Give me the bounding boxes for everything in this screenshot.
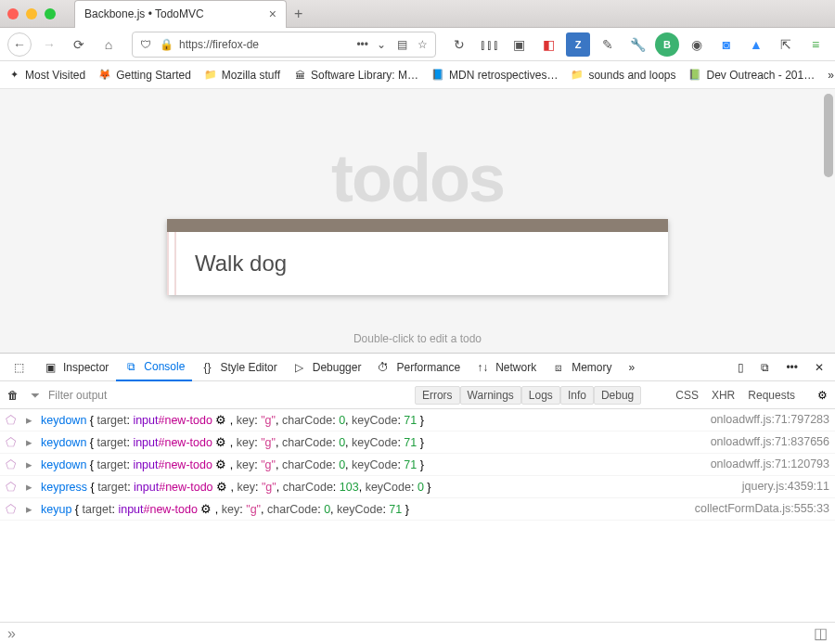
browser-tab[interactable]: Backbone.js • TodoMVC × (74, 0, 287, 28)
expand-icon[interactable]: ▸ (26, 480, 33, 494)
bookmark-icon: 📘 (431, 69, 444, 82)
console-row[interactable]: ⬠▸keydown { target: input#new-todo ⚙ , k… (0, 431, 835, 454)
history-icon[interactable]: ↻ (447, 32, 471, 57)
ext2-icon[interactable]: Z (566, 32, 590, 57)
devtools-responsive-button[interactable]: ⧉ (753, 354, 777, 381)
devtools-tab-label: Network (495, 361, 536, 374)
ext5-icon[interactable]: B (655, 32, 679, 57)
ext3-icon[interactable]: ✎ (596, 32, 620, 57)
bookmarks-overflow-button[interactable]: » (828, 69, 834, 82)
filter-info[interactable]: Info (560, 386, 594, 405)
console-prompt-icon: » (7, 625, 16, 642)
target-gear-icon[interactable]: ⚙ (200, 502, 212, 516)
window-minimize-button[interactable] (26, 8, 37, 19)
devtools-meatball-button[interactable]: ••• (778, 354, 805, 381)
log-level-icon: ⬠ (6, 480, 19, 494)
ext4-icon[interactable]: 🔧 (625, 32, 649, 57)
log-source[interactable]: onloadwff.js:71:120793 (711, 457, 829, 470)
bookmark-item[interactable]: 🦊Getting Started (98, 69, 191, 82)
devtools-iframe-button[interactable]: ▯ (730, 354, 752, 381)
devtools-tab-debugger[interactable]: ▷Debugger (285, 354, 369, 381)
expand-icon[interactable]: ▸ (26, 502, 33, 516)
card-header-bar (167, 219, 668, 232)
console-settings-icon[interactable]: ⚙ (815, 388, 829, 403)
filter-xhr[interactable]: XHR (705, 387, 741, 404)
devtools-tab-network[interactable]: ↑↓Network (468, 354, 544, 381)
log-source[interactable]: onloadwff.js:71:797283 (711, 413, 829, 426)
log-message: keydown { target: input#new-todo ⚙ , key… (41, 413, 703, 427)
back-button[interactable]: ← (7, 32, 32, 57)
bookmark-item[interactable]: 📁Mozilla stuff (204, 69, 280, 82)
filter-requests[interactable]: Requests (741, 387, 802, 404)
bookmark-item[interactable]: 📗Dev Outreach - 201… (688, 69, 815, 82)
filter-logs[interactable]: Logs (521, 386, 560, 405)
meatball-icon[interactable]: ••• (356, 38, 368, 51)
sidebar-icon[interactable]: ⇱ (774, 32, 798, 57)
log-source[interactable]: collectFormData.js:555:33 (695, 502, 829, 515)
url-bar[interactable]: 🛡 🔒 https://firefox-de ••• ⌄ ▤ ☆ (132, 32, 436, 58)
console-input-bar[interactable]: » ◫ (0, 622, 835, 644)
new-todo-input[interactable] (195, 251, 649, 277)
target-gear-icon[interactable]: ⚙ (215, 435, 226, 449)
window-zoom-button[interactable] (45, 8, 56, 19)
devtools-tab-label: Inspector (63, 361, 109, 374)
bookmark-icon: 🦊 (98, 69, 111, 82)
devtools-tab-console[interactable]: ⧉Console (116, 354, 192, 381)
console-filter-input[interactable]: ⏷ Filter output (28, 388, 407, 403)
filter-warnings[interactable]: Warnings (460, 386, 521, 405)
ext7-icon[interactable]: ▲ (744, 32, 768, 57)
split-console-icon[interactable]: ◫ (813, 626, 828, 641)
library-icon[interactable]: ⫿⫿⫿ (477, 32, 501, 57)
devtools-tab-memory[interactable]: ⧇Memory (544, 354, 619, 381)
expand-icon[interactable]: ▸ (26, 413, 33, 427)
bookmark-item[interactable]: 📘MDN retrospectives… (431, 69, 558, 82)
log-source[interactable]: onloadwff.js:71:837656 (711, 435, 829, 448)
devtools-tab-label: Console (144, 360, 185, 373)
home-button[interactable]: ⌂ (96, 32, 121, 57)
style-editor-icon: {} (199, 360, 214, 375)
window-close-button[interactable] (7, 8, 19, 19)
devtools-tab-inspector[interactable]: ▣Inspector (35, 354, 116, 381)
devtools-close-button[interactable]: ✕ (807, 354, 831, 381)
browser-toolbar: ← → ⟳ ⌂ 🛡 🔒 https://firefox-de ••• ⌄ ▤ ☆… (0, 28, 835, 61)
ext6-icon[interactable]: ◙ (714, 32, 739, 57)
console-row[interactable]: ⬠▸keyup { target: input#new-todo ⚙ , key… (0, 498, 835, 521)
devtools-tab-performance[interactable]: ⏱Performance (368, 354, 468, 381)
reload-button[interactable]: ⟳ (67, 32, 91, 57)
tab-title: Backbone.js • TodoMVC (84, 7, 204, 20)
devtools-tabbar: ⬚ ▣Inspector⧉Console{}Style Editor▷Debug… (0, 354, 835, 381)
new-tab-button[interactable]: + (294, 6, 302, 22)
console-row[interactable]: ⬠▸keydown { target: input#new-todo ⚙ , k… (0, 454, 835, 476)
console-row[interactable]: ⬠▸keydown { target: input#new-todo ⚙ , k… (0, 409, 835, 431)
pick-element-button[interactable]: ⬚ (4, 354, 33, 381)
account-icon[interactable]: ◉ (685, 32, 709, 57)
expand-icon[interactable]: ▸ (26, 435, 33, 449)
filter-debug[interactable]: Debug (594, 386, 641, 405)
console-filter-bar: 🗑 ⏷ Filter output ErrorsWarningsLogsInfo… (0, 381, 835, 409)
reader-icon[interactable]: ▤ (394, 37, 409, 52)
log-source[interactable]: jquery.js:4359:11 (742, 480, 829, 493)
target-gear-icon[interactable]: ⚙ (215, 457, 226, 471)
star-icon[interactable]: ☆ (415, 37, 430, 52)
bookmark-label: Most Visited (25, 69, 85, 82)
console-row[interactable]: ⬠▸keypress { target: input#new-todo ⚙ , … (0, 476, 835, 498)
filter-errors[interactable]: Errors (415, 386, 460, 405)
ext1-icon[interactable]: ◧ (536, 32, 560, 57)
bookmark-item[interactable]: 🏛Software Library: M… (293, 69, 418, 82)
screenshot-icon[interactable]: ▣ (507, 32, 531, 57)
target-gear-icon[interactable]: ⚙ (215, 413, 226, 427)
devtools-tab-style-editor[interactable]: {}Style Editor (192, 354, 284, 381)
trash-icon[interactable]: 🗑 (6, 388, 20, 403)
bookmark-icon: 📁 (571, 69, 584, 82)
expand-icon[interactable]: ▸ (26, 457, 33, 471)
bookmark-item[interactable]: 📁sounds and loops (571, 69, 675, 82)
log-level-icon: ⬠ (6, 435, 19, 449)
target-gear-icon[interactable]: ⚙ (216, 480, 227, 494)
bookmark-item[interactable]: ✦Most Visited (7, 69, 85, 82)
filter-css[interactable]: CSS (669, 387, 705, 404)
menu-icon[interactable]: ≡ (803, 32, 828, 57)
pocket-icon[interactable]: ⌄ (374, 37, 389, 52)
console-output: ⬠▸keydown { target: input#new-todo ⚙ , k… (0, 409, 835, 622)
tab-close-icon[interactable]: × (269, 6, 276, 21)
devtools-more-button[interactable]: » (622, 354, 643, 381)
